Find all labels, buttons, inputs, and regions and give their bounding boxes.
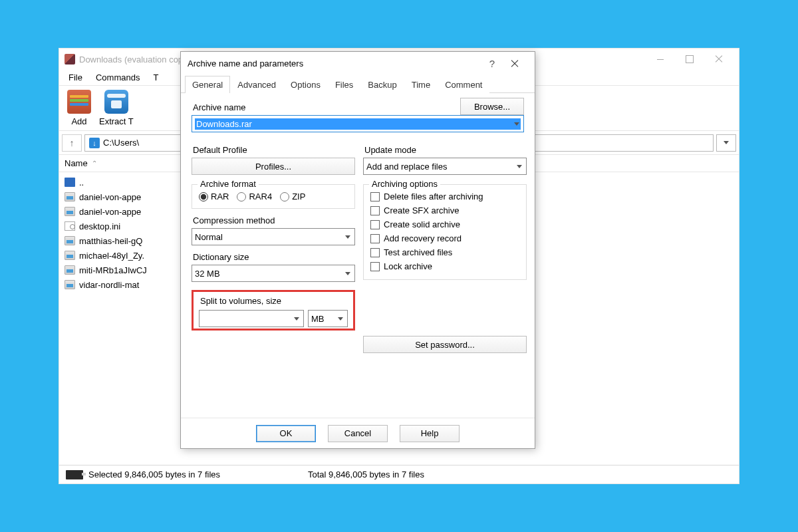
chevron-down-icon [338, 317, 343, 321]
update-mode-select[interactable]: Add and replace files [363, 158, 527, 175]
toolbar-extract-button[interactable]: Extract T [99, 90, 134, 126]
toolbar-add-label: Add [71, 116, 86, 126]
down-arrow-icon: ↓ [89, 138, 100, 148]
checkbox-icon [370, 248, 380, 257]
archive-format-label: Archive format [198, 179, 259, 189]
profiles-button[interactable]: Profiles... [192, 158, 355, 175]
go-up-button[interactable] [62, 134, 82, 152]
ini-file-icon [65, 221, 75, 231]
dialog-title: Archive name and parameters [188, 59, 483, 68]
tab-files[interactable]: Files [328, 76, 360, 93]
compression-method-select[interactable]: Normal [192, 228, 355, 245]
chevron-down-icon [517, 165, 522, 168]
radio-rar4[interactable]: RAR4 [237, 192, 272, 201]
keyboard-icon [66, 470, 83, 479]
dialog-help-button[interactable]: ? [483, 58, 501, 69]
help-button[interactable]: Help [400, 425, 460, 442]
dialog-button-row: OK Cancel Help [181, 418, 535, 448]
image-file-icon [65, 236, 75, 245]
cancel-button[interactable]: Cancel [328, 425, 388, 442]
image-file-icon [65, 280, 75, 289]
chevron-down-icon [345, 235, 350, 239]
archive-name-combobox[interactable] [192, 115, 524, 132]
close-button[interactable] [704, 50, 733, 68]
menu-file[interactable]: File [63, 71, 88, 84]
checkbox-delete-after[interactable]: Delete files after archiving [370, 192, 519, 201]
image-file-icon [65, 192, 75, 201]
image-file-icon [65, 265, 75, 275]
dialog-tabs: General Advanced Options Files Backup Ti… [181, 74, 535, 93]
status-selected: Selected 9,846,005 bytes in 7 files [88, 469, 308, 479]
checkbox-icon [370, 220, 380, 229]
browse-button[interactable]: Browse... [460, 98, 524, 115]
checkbox-recovery[interactable]: Add recovery record [370, 233, 519, 243]
chevron-down-icon [514, 122, 519, 126]
tab-comment[interactable]: Comment [438, 76, 489, 93]
chevron-down-icon [294, 317, 299, 321]
menu-commands[interactable]: Commands [90, 71, 145, 84]
checkbox-solid[interactable]: Create solid archive [370, 219, 519, 229]
archiving-options-label: Archiving options [369, 179, 440, 189]
checkbox-icon [370, 192, 380, 201]
path-dropdown-button[interactable] [716, 134, 736, 152]
archiving-options-group: Archiving options Delete files after arc… [363, 184, 527, 280]
tab-advanced[interactable]: Advanced [230, 76, 283, 93]
split-volumes-highlight: Split to volumes, size MB [192, 290, 355, 331]
dialog-titlebar: Archive name and parameters ? [181, 52, 535, 74]
archive-format-group: Archive format RAR RAR4 ZIP [192, 184, 355, 209]
status-total: Total 9,846,005 bytes in 7 files [308, 469, 424, 479]
dictionary-size-select[interactable]: 32 MB [192, 265, 355, 282]
minimize-button[interactable] [646, 50, 675, 68]
toolbar-add-button[interactable]: Add [67, 90, 91, 126]
split-size-combobox[interactable] [199, 310, 304, 327]
toolbar-extract-label: Extract T [99, 116, 134, 126]
archive-name-input[interactable] [195, 118, 521, 130]
checkbox-sfx[interactable]: Create SFX archive [370, 205, 519, 215]
radio-rar[interactable]: RAR [199, 192, 229, 201]
tab-backup[interactable]: Backup [360, 76, 404, 93]
image-file-icon [65, 251, 75, 260]
checkbox-icon [370, 206, 380, 215]
chevron-down-icon [724, 141, 729, 144]
tab-general[interactable]: General [185, 76, 230, 93]
maximize-button[interactable] [675, 50, 704, 68]
checkbox-test[interactable]: Test archived files [370, 247, 519, 257]
default-profile-label: Default Profile [193, 145, 355, 155]
archive-name-label: Archive name [193, 102, 454, 112]
extract-icon [104, 90, 128, 114]
checkbox-icon [370, 262, 380, 271]
compression-method-label: Compression method [193, 215, 355, 225]
header-name: Name [65, 158, 88, 168]
menu-tools[interactable]: T [148, 71, 164, 84]
path-value: C:\Users\ [103, 138, 139, 148]
status-bar: Selected 9,846,005 bytes in 7 files Tota… [59, 465, 739, 483]
sort-asc-icon: ⌃ [92, 160, 97, 167]
split-unit-select[interactable]: MB [308, 310, 348, 327]
add-archive-icon [67, 90, 91, 114]
ok-button[interactable]: OK [256, 425, 316, 442]
winrar-icon [65, 54, 75, 65]
split-volumes-label: Split to volumes, size [200, 296, 348, 306]
dialog-close-button[interactable] [501, 54, 528, 72]
checkbox-icon [370, 234, 380, 243]
update-mode-label: Update mode [364, 145, 527, 155]
parent-dir-icon [65, 178, 75, 187]
image-file-icon [65, 207, 75, 216]
dictionary-size-label: Dictionary size [193, 252, 355, 262]
tab-time[interactable]: Time [404, 76, 438, 93]
set-password-button[interactable]: Set password... [363, 336, 527, 353]
radio-zip[interactable]: ZIP [280, 192, 305, 201]
chevron-down-icon [345, 272, 350, 275]
archive-params-dialog: Archive name and parameters ? General Ad… [180, 51, 535, 449]
checkbox-lock[interactable]: Lock archive [370, 261, 519, 271]
tab-options[interactable]: Options [283, 76, 328, 93]
